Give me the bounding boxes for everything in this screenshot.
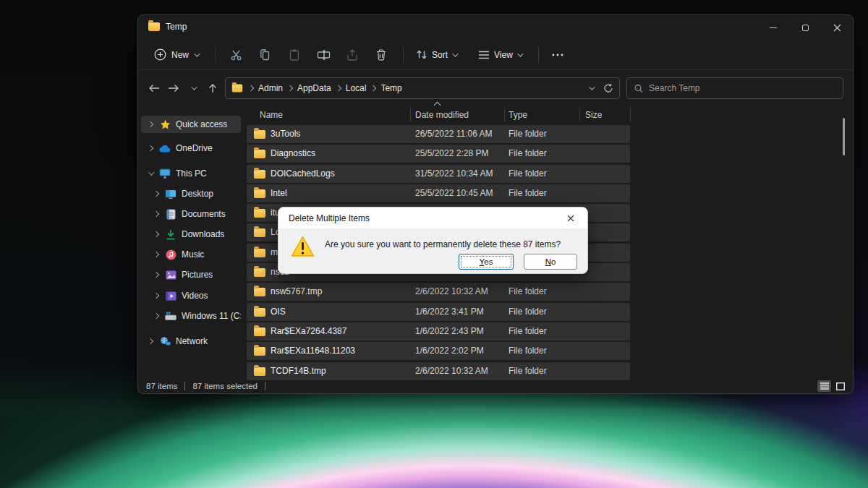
- column-divider[interactable]: [504, 107, 505, 121]
- copy-button[interactable]: [251, 44, 280, 66]
- close-icon: [833, 24, 841, 32]
- see-more-button[interactable]: [543, 44, 572, 66]
- trash-icon: [375, 48, 388, 61]
- chevron-right-icon[interactable]: [147, 339, 154, 343]
- column-divider[interactable]: [410, 107, 411, 121]
- table-row[interactable]: Rar$EXa11648.112031/6/2022 2:02 PMFile f…: [247, 342, 630, 360]
- warning-icon: [291, 236, 315, 257]
- folder-icon: [254, 150, 265, 158]
- sidebar-item-music[interactable]: Music: [141, 246, 241, 263]
- chevron-right-icon[interactable]: [153, 273, 160, 277]
- column-divider[interactable]: [579, 107, 580, 121]
- breadcrumb-segment[interactable]: AppData: [293, 83, 336, 93]
- column-divider[interactable]: [630, 107, 631, 121]
- search-input[interactable]: [649, 83, 835, 93]
- selected-count: 87 items selected: [192, 382, 258, 390]
- chevron-right-icon[interactable]: [153, 314, 160, 318]
- sidebar-item-label: Videos: [182, 291, 208, 301]
- file-name: TCDF14B.tmp: [271, 366, 326, 376]
- chevron-down-icon[interactable]: [147, 171, 154, 176]
- dialog-close-button[interactable]: [560, 210, 582, 226]
- copy-icon: [259, 48, 272, 61]
- up-button[interactable]: [203, 78, 222, 98]
- download-arrow-icon: [165, 228, 176, 240]
- chevron-right-icon[interactable]: [153, 192, 160, 196]
- no-button[interactable]: No: [524, 254, 577, 270]
- delete-button[interactable]: [367, 44, 396, 66]
- table-row[interactable]: Diagnostics25/5/2022 2:28 PMFile folder: [247, 145, 630, 163]
- sidebar-item-downloads[interactable]: Downloads: [141, 226, 241, 243]
- file-type: File folder: [509, 286, 547, 296]
- sidebar-item-this-pc[interactable]: This PC: [141, 165, 241, 182]
- sidebar-item-windows-c-drive[interactable]: Windows 11 (C:): [141, 307, 241, 325]
- column-header-date-modified[interactable]: Date modified: [415, 110, 469, 120]
- recent-locations-button[interactable]: [183, 78, 203, 98]
- rename-button[interactable]: [309, 44, 338, 66]
- chevron-right-icon[interactable]: [153, 252, 160, 257]
- breadcrumb-segment[interactable]: Temp: [376, 83, 406, 93]
- table-row[interactable]: Rar$EXa7264.43871/6/2022 2:43 PMFile fol…: [247, 322, 630, 341]
- folder-icon: [254, 189, 265, 198]
- sidebar-item-quick-access[interactable]: Quick access: [141, 116, 241, 133]
- table-row[interactable]: TCDF14B.tmp2/6/2022 10:32 AMFile folder: [247, 362, 630, 380]
- table-row[interactable]: 3uTools26/5/2022 11:06 AMFile folder: [247, 125, 630, 143]
- monitor-icon: [159, 168, 171, 179]
- table-row[interactable]: DOICachedLogs31/5/2022 10:34 AMFile fold…: [247, 165, 630, 183]
- chevron-right-icon[interactable]: [147, 122, 154, 127]
- back-button[interactable]: [144, 78, 163, 98]
- breadcrumb-segment[interactable]: Local: [341, 83, 371, 93]
- table-row[interactable]: OIS1/6/2022 3:41 PMFile folder: [247, 303, 630, 321]
- sort-button-label: Sort: [432, 50, 448, 60]
- maximize-button[interactable]: [789, 15, 821, 40]
- search-box[interactable]: [626, 77, 843, 99]
- chevron-right-icon[interactable]: [153, 212, 160, 216]
- window-title: Temp: [166, 22, 187, 32]
- share-button[interactable]: [338, 44, 367, 66]
- sidebar-item-onedrive[interactable]: OneDrive: [141, 140, 241, 157]
- videos-icon: [165, 290, 176, 301]
- view-button[interactable]: View: [472, 44, 528, 66]
- sidebar-item-label: Network: [176, 336, 208, 346]
- chevron-right-icon[interactable]: [153, 232, 160, 236]
- yes-button[interactable]: Yes: [459, 254, 514, 270]
- large-icons-view-button[interactable]: [833, 380, 847, 392]
- forward-button[interactable]: [163, 78, 183, 98]
- address-bar[interactable]: Admin AppData Local Temp: [225, 77, 620, 99]
- column-header-type[interactable]: Type: [509, 110, 527, 120]
- close-button[interactable]: [821, 15, 853, 40]
- paste-button[interactable]: [280, 44, 309, 66]
- sidebar-item-documents[interactable]: Documents: [141, 205, 241, 223]
- column-header-name[interactable]: Name: [260, 110, 283, 120]
- minimize-button[interactable]: [757, 15, 789, 40]
- refresh-icon[interactable]: [603, 83, 613, 93]
- chevron-right-icon[interactable]: [153, 294, 160, 298]
- sidebar-item-label: Windows 11 (C:): [182, 311, 241, 321]
- file-type: File folder: [509, 129, 547, 139]
- breadcrumb-segment[interactable]: Admin: [254, 83, 287, 93]
- sidebar-item-videos[interactable]: Videos: [141, 287, 241, 304]
- address-dropdown-icon[interactable]: [589, 84, 595, 90]
- column-header-size[interactable]: Size: [585, 110, 602, 120]
- network-globe-icon: [159, 335, 171, 347]
- sidebar-item-label: Quick access: [176, 119, 227, 129]
- details-view-button[interactable]: [817, 380, 831, 392]
- sort-button[interactable]: Sort: [409, 44, 463, 66]
- file-type: File folder: [509, 326, 547, 336]
- file-date: 25/5/2022 2:28 PM: [415, 148, 488, 158]
- sidebar-item-desktop[interactable]: Desktop: [141, 185, 241, 202]
- vertical-scrollbar[interactable]: [843, 118, 845, 155]
- file-name: Diagnostics: [271, 148, 315, 158]
- folder-icon: [254, 249, 265, 257]
- table-row[interactable]: nsw5767.tmp2/6/2022 10:32 AMFile folder: [247, 283, 630, 301]
- sidebar-item-network[interactable]: Network: [141, 333, 241, 350]
- chevron-right-icon: [287, 85, 293, 91]
- table-row[interactable]: Intel25/5/2022 10:45 AMFile folder: [247, 184, 630, 202]
- sidebar-item-pictures[interactable]: Pictures: [141, 266, 241, 283]
- sidebar-item-label: Pictures: [182, 270, 213, 280]
- new-button[interactable]: New: [147, 44, 205, 66]
- chevron-down-icon: [517, 51, 523, 56]
- chevron-right-icon[interactable]: [147, 146, 154, 150]
- file-name: 3uTools: [271, 129, 300, 139]
- cut-button[interactable]: [222, 44, 251, 66]
- chevron-right-icon: [335, 85, 341, 91]
